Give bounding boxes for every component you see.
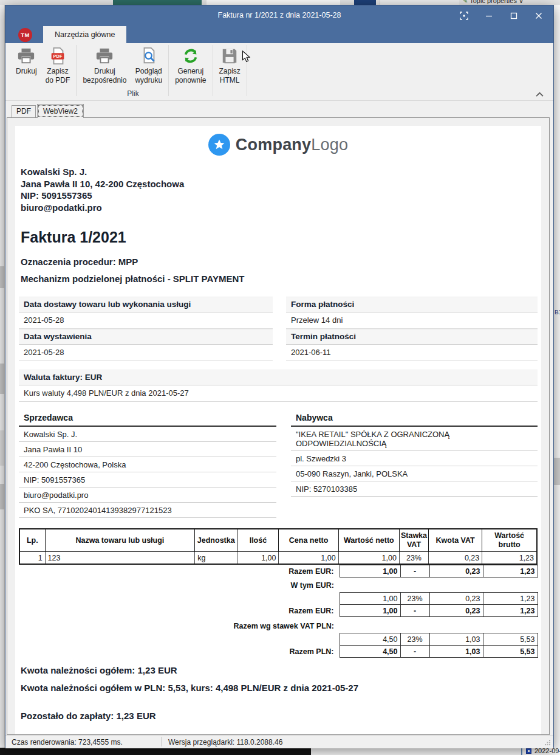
fullscreen-icon (459, 11, 469, 21)
ribbon-separator (213, 45, 213, 96)
ribbon-separator (76, 45, 77, 96)
table-row: Razem EUR: 1,00 - 0,23 1,23 (19, 605, 538, 617)
background-fragment (0, 430, 4, 466)
currency-value: Kurs waluty 4,498 PLN/EUR z dnia 2021-05… (19, 385, 538, 402)
fullscreen-button[interactable] (451, 5, 476, 26)
total-amount-line: Kwota należności ogółem: 1,23 EUR (21, 665, 538, 675)
invoice-meta-grid: Data dostawy towaru lub wykonania usługi… (19, 297, 538, 361)
background-fragment (354, 0, 376, 5)
save-pdf-button[interactable]: PDF Zapiszdo PDF (41, 43, 75, 85)
issue-date-label: Data wystawienia (19, 329, 273, 345)
statusbar-separator (161, 737, 162, 746)
background-left-strip (0, 5, 5, 748)
table-row: 1 123 kg 1,00 1,00 1,00 23% 0,23 1,23 (19, 552, 537, 565)
tree-item-icon (526, 748, 531, 754)
window-controls (451, 5, 551, 26)
browser-version-status: Wersja przeglądarki: 118.0.2088.46 (168, 738, 282, 746)
ribbon: Drukuj PDF Zapiszdo PDF Drukujbezpośredn… (5, 43, 553, 101)
background-tree-date: 2022-09-27 (534, 748, 560, 754)
printer-icon (95, 47, 114, 65)
tab-webview2[interactable]: WebView2 (37, 104, 84, 118)
invoice-page: CompanyLogo Kowalski Sp. J. Jana Pawła I… (15, 126, 541, 735)
background-fragment (0, 266, 4, 288)
background-fragment (207, 0, 340, 5)
w-tym-eur-label: W tym EUR: (19, 581, 340, 590)
maximize-icon (509, 11, 519, 21)
minimize-icon (484, 11, 494, 21)
save-html-button[interactable]: ZapiszHTML (215, 43, 245, 85)
seller-line: NIP: 5091557365 (19, 472, 276, 488)
buyer-header: Nabywca (291, 410, 538, 427)
svg-text:PDF: PDF (53, 53, 63, 59)
mechanism-line: Mechanizm podzielonej płatności - SPLIT … (21, 274, 538, 284)
chevron-down-icon: ∨ (519, 0, 524, 4)
ribbon-tabrow: TM Narzędzia główne (5, 26, 553, 43)
seller-header: Sprzedawca (19, 410, 276, 427)
logo-text: CompanyLogo (236, 134, 348, 156)
due-date-value: 2021-06-11 (286, 345, 538, 361)
buyer-line: "IKEA RETAIL" SPÓŁKA Z OGRANICZONĄ ODPOW… (291, 427, 538, 451)
print-direct-button[interactable]: Drukujbezpośrednio (78, 43, 131, 85)
buyer-line: 05-090 Raszyn, Janki, POLSKA (291, 466, 538, 481)
maximize-button[interactable] (501, 5, 526, 26)
delivery-date-label: Data dostawy towaru lub wykonania usługi (19, 297, 273, 312)
payment-form-label: Forma płatności (286, 297, 538, 312)
refresh-icon (182, 47, 200, 65)
pencil-icon: ✎ (463, 0, 468, 4)
ribbon-collapse-button[interactable] (536, 92, 544, 97)
background-right-strip: BI (554, 5, 560, 748)
buyer-line: pl. Szwedzki 3 (291, 451, 538, 466)
vat-breakdown-eur-table: 1,00 23% 0,23 1,23 Razem EUR: 1,00 - 0,2… (19, 592, 538, 617)
total-pln-line: Kwota należności ogółem w PLN: 5,53, kur… (21, 683, 538, 693)
seller-header-block: Kowalski Sp. J. Jana Pawła II 10, 42-200… (21, 166, 538, 213)
buyer-column: Nabywca "IKEA RETAIL" SPÓŁKA Z OGRANICZO… (291, 410, 538, 518)
company-logo: CompanyLogo (19, 126, 538, 156)
app-menu-button[interactable]: TM (18, 28, 32, 42)
parties-grid: Sprzedawca Kowalski Sp. J. Jana Pawła II… (19, 410, 538, 518)
minimize-button[interactable] (476, 5, 501, 26)
pdf-icon: PDF (49, 47, 67, 65)
table-row: Razem PLN: 4,50 - 1,03 5,53 (19, 646, 538, 658)
star-icon (208, 134, 230, 156)
tab-pdf[interactable]: PDF (12, 105, 36, 117)
titlebar[interactable]: Faktura nr 1/2021 z dnia 2021-05-28 (5, 5, 553, 26)
background-bi-text: BI (555, 309, 560, 316)
background-dark-fragment (0, 748, 311, 755)
resize-grip[interactable] (545, 740, 551, 746)
procedures-line: Oznaczenia procedur: MPP (21, 257, 538, 267)
print-preview-icon (140, 47, 158, 65)
tab-narzedzia-glowne[interactable]: Narzędzia główne (43, 26, 126, 43)
floppy-icon (220, 47, 239, 65)
items-section: Lp.Nazwa towaru lub usługiJednostkaIlość… (19, 528, 538, 658)
seller-line: 42-200 Częstochowa, Polska (19, 457, 276, 472)
seller-line: biuro@podatki.pro (19, 488, 276, 503)
print-button[interactable]: Drukuj (12, 43, 41, 76)
ribbon-group-label: Plik (5, 89, 261, 98)
delivery-date-value: 2021-05-28 (19, 312, 273, 329)
table-row: 4,50 23% 1,03 5,53 (19, 633, 538, 646)
items-table-header: Lp.Nazwa towaru lub usługiJednostkaIlość… (19, 529, 537, 552)
wg-stawek-label: Razem wg stawek VAT PLN: (19, 622, 340, 630)
mouse-cursor (242, 50, 250, 63)
close-icon (534, 11, 544, 21)
statusbar: Czas renderowania: 723,4555 ms. Wersja p… (5, 735, 553, 748)
regenerate-button[interactable]: Generujponownie (171, 43, 210, 85)
currency-block: Waluta faktury: EUR Kurs waluty 4,498 PL… (19, 370, 538, 402)
items-table: Lp.Nazwa towaru lub usługiJednostkaIlość… (19, 528, 538, 565)
seller-line: Jana Pawła II 10 (19, 442, 276, 457)
background-topic-properties: ✎ Topic properties ∨ (463, 0, 524, 5)
preview-content[interactable]: CompanyLogo Kowalski Sp. J. Jana Pawła I… (7, 117, 550, 735)
background-fragment (113, 0, 202, 5)
background-fragment (0, 364, 4, 394)
background-fragment (0, 484, 4, 509)
document-tabstrip: PDF WebView2 (7, 102, 550, 117)
background-top-strip: ✎ Topic properties ∨ (0, 0, 560, 5)
invoice-title: Faktura 1/2021 (21, 229, 538, 246)
issue-date-value: 2021-05-28 (19, 345, 273, 361)
currency-label: Waluta faktury: EUR (19, 370, 538, 385)
amount-due-line: Pozostało do zapłaty: 1,23 EUR (21, 711, 538, 721)
buyer-line: NIP: 5270103385 (291, 481, 538, 497)
print-preview-button[interactable]: Podglądwydruku (131, 43, 166, 85)
render-time-status: Czas renderowania: 723,4555 ms. (12, 738, 123, 746)
close-button[interactable] (526, 5, 551, 26)
